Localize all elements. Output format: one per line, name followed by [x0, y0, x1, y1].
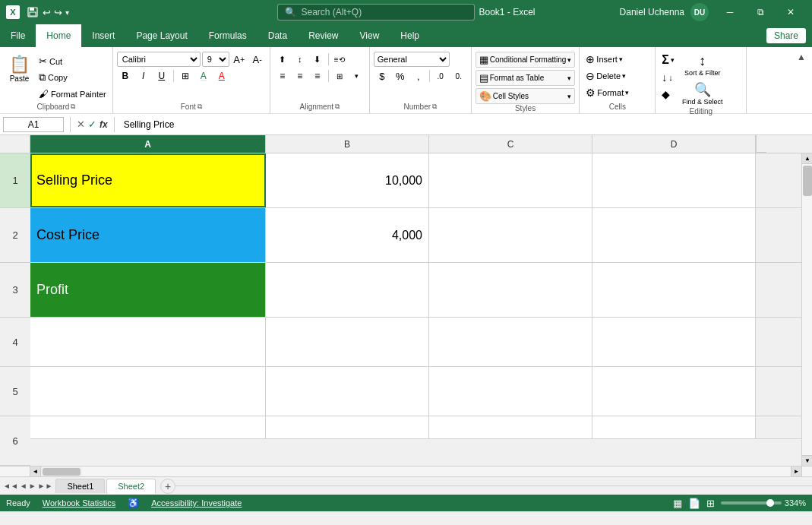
cell-d3[interactable]	[592, 263, 756, 317]
cell-d2[interactable]	[592, 208, 756, 262]
sum-button[interactable]: Σ ▾	[659, 52, 677, 68]
zoom-control[interactable]: 334%	[721, 498, 806, 508]
clipboard-expand-icon[interactable]: ⧉	[71, 103, 75, 111]
row-num-6[interactable]: 6	[0, 416, 30, 466]
cell-c1[interactable]	[429, 153, 592, 207]
cell-d1[interactable]	[592, 153, 756, 207]
cell-d4[interactable]	[592, 318, 756, 366]
cell-b1[interactable]: 10,000	[266, 153, 429, 207]
cell-b5[interactable]	[266, 367, 429, 416]
zoom-level[interactable]: 334%	[785, 498, 806, 508]
share-button[interactable]: Share	[766, 28, 806, 43]
comma-button[interactable]: ,	[410, 68, 427, 84]
cell-d5[interactable]	[592, 367, 756, 416]
border-button[interactable]: ⊞	[177, 68, 194, 84]
fill-button[interactable]: ↓ ↓	[659, 70, 677, 85]
format-button[interactable]: ⚙ Format ▾	[583, 85, 631, 100]
col-header-b[interactable]: B	[266, 135, 429, 153]
cell-c6[interactable]	[429, 416, 592, 438]
delete-button[interactable]: ⊖ Delete ▾	[583, 68, 631, 84]
font-size-select[interactable]: 9	[202, 52, 229, 67]
cell-c5[interactable]	[429, 367, 592, 416]
tab-home[interactable]: Home	[36, 24, 81, 47]
increase-decimal-button[interactable]: .0	[432, 68, 449, 84]
sheet-tab-1[interactable]: Sheet1	[55, 479, 105, 493]
insert-button[interactable]: ⊕ Insert ▾	[583, 52, 631, 67]
fill-color-button[interactable]: A	[195, 68, 212, 84]
delete-arrow[interactable]: ▾	[622, 72, 626, 80]
dollar-button[interactable]: $	[374, 68, 390, 84]
number-expand-icon[interactable]: ⧉	[432, 103, 437, 111]
font-color-button[interactable]: A	[213, 68, 230, 84]
increase-font-size-button[interactable]: A+	[231, 52, 248, 67]
font-name-select[interactable]: Calibri	[117, 52, 201, 67]
tab-help[interactable]: Help	[390, 24, 430, 47]
format-arrow[interactable]: ▾	[625, 89, 629, 96]
scroll-right-arrow[interactable]: ►	[791, 466, 801, 476]
bold-button[interactable]: B	[117, 68, 134, 84]
workbook-stats-button[interactable]: Workbook Statistics	[43, 498, 115, 508]
decrease-decimal-button[interactable]: 0.	[450, 68, 467, 84]
row-num-1[interactable]: 1	[0, 153, 30, 208]
alignment-expand-icon[interactable]: ⧉	[335, 103, 340, 111]
minimize-button[interactable]: ─	[715, 0, 745, 24]
name-box[interactable]	[3, 117, 64, 132]
scroll-up-arrow[interactable]: ▲	[802, 153, 812, 164]
row-num-2[interactable]: 2	[0, 208, 30, 263]
tab-view[interactable]: View	[349, 24, 390, 47]
accessibility-label[interactable]: Accessibility: Investigate	[151, 498, 242, 508]
merge-center-arrow[interactable]: ▾	[349, 68, 365, 84]
scroll-down-arrow[interactable]: ▼	[802, 455, 812, 466]
scroll-thumb-h[interactable]	[43, 468, 81, 476]
tab-review[interactable]: Review	[298, 24, 349, 47]
align-left-button[interactable]: ≡	[274, 68, 291, 84]
sort-filter-button[interactable]: ↕ Sort & Filter	[680, 52, 725, 78]
scroll-left-arrow[interactable]: ◄	[30, 466, 41, 476]
col-header-c[interactable]: C	[429, 135, 592, 153]
row-num-3[interactable]: 3	[0, 263, 30, 318]
cut-button[interactable]: ✂ Cut	[36, 54, 109, 68]
sum-arrow[interactable]: ▾	[671, 56, 675, 64]
ribbon-collapse-button[interactable]: ▲	[791, 47, 812, 113]
row-num-5[interactable]: 5	[0, 367, 30, 416]
copy-button[interactable]: ⧉ Copy	[36, 70, 109, 85]
conditional-formatting-button[interactable]: ▦ Conditional Formatting ▾	[476, 52, 576, 68]
view-page-break-button[interactable]: ⊞	[706, 498, 715, 509]
merge-center-button[interactable]: ⊞	[331, 68, 348, 84]
cell-b3[interactable]	[266, 263, 429, 317]
undo-icon[interactable]: ↩	[43, 7, 51, 18]
cell-b2[interactable]: 4,000	[266, 208, 429, 262]
cell-d6[interactable]	[592, 416, 756, 438]
cell-a4[interactable]	[30, 318, 266, 366]
cell-b4[interactable]	[266, 318, 429, 366]
clear-button[interactable]: ◆	[659, 87, 677, 102]
paste-button[interactable]: 📋 Paste	[4, 51, 35, 87]
sheet-tab-2[interactable]: Sheet2	[106, 479, 156, 494]
number-format-select[interactable]: General	[374, 52, 450, 67]
formula-input[interactable]	[121, 119, 809, 130]
cell-c2[interactable]	[429, 208, 592, 262]
cell-styles-button[interactable]: 🎨 Cell Styles ▾	[476, 88, 576, 104]
confirm-formula-button[interactable]: ✓	[88, 119, 96, 130]
percent-button[interactable]: %	[392, 68, 409, 84]
find-select-button[interactable]: 🔍 Find & Select	[680, 80, 725, 107]
italic-button[interactable]: I	[135, 68, 152, 84]
format-painter-button[interactable]: 🖌 Format Painter	[36, 87, 109, 101]
nav-left-sheet[interactable]: ◄◄ ◄ ► ►►	[3, 482, 52, 490]
cell-a1[interactable]: Selling Price	[30, 153, 266, 207]
tab-formulas[interactable]: Formulas	[198, 24, 258, 47]
cell-c4[interactable]	[429, 318, 592, 366]
tab-data[interactable]: Data	[258, 24, 298, 47]
align-bottom-button[interactable]: ⬇	[309, 52, 326, 67]
col-header-d[interactable]: D	[592, 135, 756, 153]
font-expand-icon[interactable]: ⧉	[197, 103, 202, 111]
row-num-4[interactable]: 4	[0, 318, 30, 367]
tab-insert[interactable]: Insert	[81, 24, 125, 47]
format-as-table-button[interactable]: ▤ Format as Table ▾	[476, 70, 576, 86]
cell-a3[interactable]: Profit	[30, 263, 266, 317]
close-button[interactable]: ✕	[776, 0, 806, 24]
view-page-layout-button[interactable]: 📄	[688, 498, 700, 509]
cell-a2[interactable]: Cost Price	[30, 208, 266, 262]
insert-arrow[interactable]: ▾	[619, 55, 623, 63]
cancel-formula-button[interactable]: ✕	[77, 119, 85, 130]
